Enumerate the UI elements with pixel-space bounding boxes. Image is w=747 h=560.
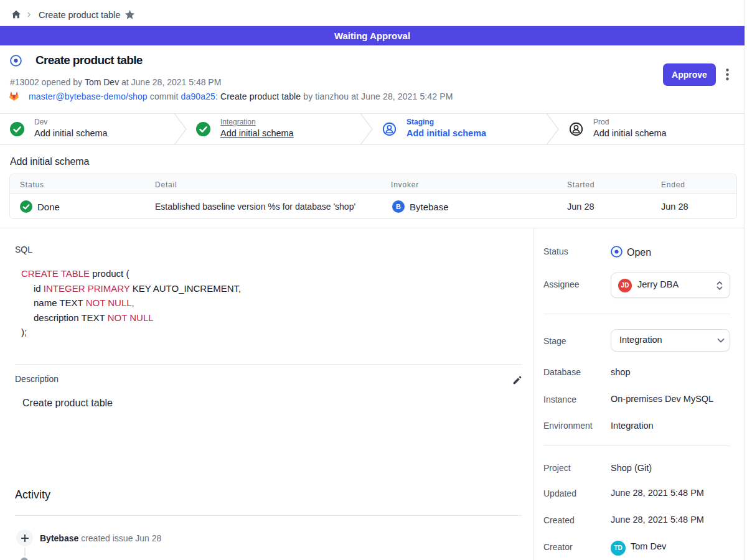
svg-text:B: B [396, 203, 401, 210]
